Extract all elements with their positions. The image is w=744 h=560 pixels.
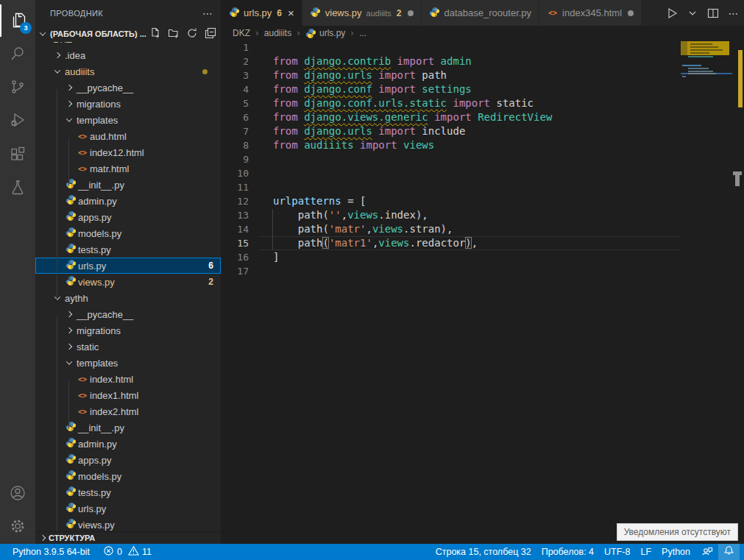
breadcrumb-item-urls.py[interactable]: urls.py [305,28,345,39]
tree-item-__pycache__[interactable]: __pycache__ [35,306,221,322]
status-notifications[interactable] [718,544,740,560]
run-icon[interactable] [665,6,679,21]
code-line-10[interactable]: 10 [221,166,744,180]
tree-item-static[interactable]: static [35,339,221,355]
code-line-6[interactable]: 6from django.views.generic import Redire… [221,110,744,124]
source-control-icon[interactable] [0,71,35,103]
more-actions-icon[interactable]: ⋯ [202,7,213,19]
extensions-icon[interactable] [0,138,35,171]
code-line-9[interactable]: 9 [221,152,744,166]
line-number: 1 [221,40,259,54]
code-line-2[interactable]: 2from django.contrib import admin [221,54,744,68]
code-line-3[interactable]: 3from django.urls import path [221,68,744,82]
tree-item-admin.py[interactable]: admin.py [35,193,221,209]
code-line-13[interactable]: 13 path('',views.index), [221,208,744,222]
tree-item-__pycache__[interactable]: __pycache__ [35,79,221,96]
tree-item-index2.html[interactable]: <>index2.html [35,403,221,419]
status-language-mode[interactable]: Python [656,544,695,560]
status-problems[interactable]: 011 [98,544,157,560]
tree-item-audiiits[interactable]: audiiits [35,63,221,79]
tree-item-index.html[interactable]: <>index.html [35,371,221,387]
more-actions-icon[interactable]: ⋯ [726,6,741,21]
line-number: 3 [221,68,259,82]
run-and-debug-icon[interactable] [0,104,35,136]
settings-icon[interactable] [0,510,35,542]
tree-item-views.py[interactable]: views.py [35,517,221,531]
collapse-all-icon[interactable] [205,27,216,40]
tree-item-templates[interactable]: templates [35,112,221,128]
code-line-5[interactable]: 5from django.conf.urls.static import sta… [221,96,744,110]
tab-views.py[interactable]: views.pyaudiiits2 [302,0,422,26]
code-line-12[interactable]: 12urlpatterns = [ [221,194,744,208]
explorer-icon[interactable]: 3 [0,4,35,37]
tree-item-urls.py[interactable]: urls.py [35,500,221,517]
chevron-right-icon [66,344,72,350]
tree-item-__init__.py[interactable]: __init__.py [35,419,221,436]
new-folder-icon[interactable] [168,27,180,40]
code-line-4[interactable]: 4from django.conf import settings [221,82,744,96]
scrollbar[interactable] [732,40,744,544]
code-editor[interactable]: 12from django.contrib import admin3from … [221,40,744,544]
python-file-icon [65,275,77,288]
breadcrumb-item-audiiits[interactable]: audiiits [264,28,291,38]
tree-item-views.py[interactable]: views.py2 [35,274,221,290]
run-dropdown-icon[interactable] [685,6,700,21]
status-feedback[interactable] [695,544,718,560]
tree-item-.idea[interactable]: .idea [35,47,221,63]
tab-index345.html[interactable]: <>index345.html [539,0,642,26]
testing-icon[interactable] [0,171,35,204]
modified-dot-icon[interactable] [408,10,414,16]
code-line-1[interactable]: 1 [221,40,744,54]
code-line-8[interactable]: 8from audiiits import views [221,138,744,152]
tree-item-models.py[interactable]: models.py [35,468,221,484]
breadcrumb-separator: › [297,28,300,38]
tree-item-aythh[interactable]: aythh [35,290,221,306]
status-python-interpreter[interactable]: Python 3.9.5 64-bit [7,544,95,560]
chevron-right-icon [66,101,72,107]
tree-item-aud.html[interactable]: <>aud.html [35,128,221,144]
status-indentation[interactable]: Пробелов: 4 [536,544,599,560]
workspace-section-header[interactable]: (РАБОЧАЯ ОБЛАСТЬ) ... [35,26,221,42]
tree-item-index1.html[interactable]: <>index1.html [35,387,221,403]
outline-section-header[interactable]: СТРУКТУРА [35,531,221,544]
code-line-16[interactable]: 16] [221,250,744,264]
code-line-11[interactable]: 11 [221,180,744,194]
minimap[interactable] [681,40,732,544]
tree-item-apps.py[interactable]: apps.py [35,209,221,225]
status-eol[interactable]: LF [635,544,656,560]
search-icon[interactable] [0,38,35,70]
split-editor-icon[interactable] [706,6,720,21]
line-number: 5 [221,96,259,110]
code-line-7[interactable]: 7from django.urls import include [221,124,744,138]
code-line-17[interactable]: 17 [221,264,744,278]
status-encoding[interactable]: UTF-8 [599,544,635,560]
tree-item-apps.py[interactable]: apps.py [35,452,221,468]
modified-dot-icon[interactable] [628,10,634,16]
account-icon[interactable] [0,477,35,509]
tree-item-tests.py[interactable]: tests.py [35,484,221,500]
tree-item-models.py[interactable]: models.py [35,225,221,241]
tab-problems-badge: 6 [277,8,282,18]
tree-item-urls.py[interactable]: urls.py6 [35,258,221,274]
refresh-icon[interactable] [186,27,198,40]
breadcrumb-item-DKZ[interactable]: DKZ [233,28,250,38]
activity-bar: 3 [0,0,35,544]
tab-database_roouter.py[interactable]: database_roouter.py [422,0,540,26]
tree-item-migrations[interactable]: migrations [35,96,221,112]
tree-item-matr.html[interactable]: <>matr.html [35,160,221,177]
tree-item-migrations[interactable]: migrations [35,322,221,339]
code-line-15[interactable]: 15 path('matr1',views.redactor), [221,236,744,250]
tree-item-admin.py[interactable]: admin.py [35,436,221,452]
new-file-icon[interactable] [149,27,161,40]
tree-item-index12.html[interactable]: <>index12.html [35,144,221,160]
breadcrumb-item-...[interactable]: ... [359,28,366,38]
tree-item-tests.py[interactable]: tests.py [35,241,221,258]
close-icon[interactable]: × [288,7,294,18]
status-cursor-position[interactable]: Строка 15, столбец 32 [431,544,536,560]
tree-item-templates[interactable]: templates [35,355,221,371]
python-file-icon [65,194,77,208]
tree-item-__init__.py[interactable]: __init__.py [35,177,221,193]
code-line-14[interactable]: 14 path('matr',views.stran), [221,222,744,236]
chevron-down-icon [54,294,60,300]
tab-urls.py[interactable]: urls.py6× [221,0,302,26]
